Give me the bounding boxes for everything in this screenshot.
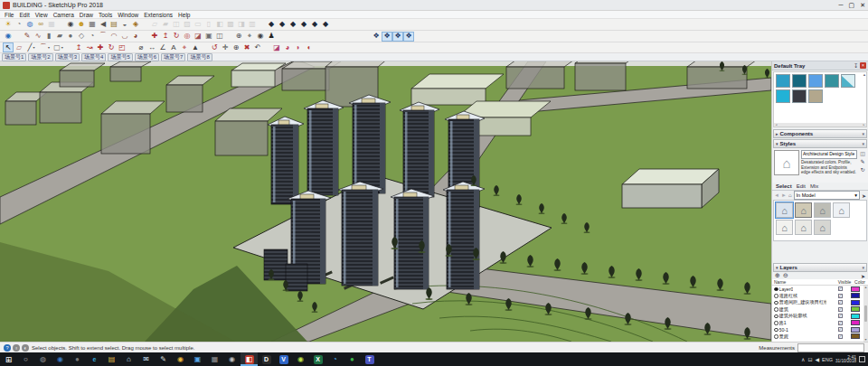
offset-tool-icon[interactable]: ◎ (182, 32, 193, 42)
follow-me-tool-icon[interactable]: ↝ (84, 42, 95, 52)
style-thumbnail[interactable]: ⌂ (776, 202, 793, 218)
evernote-icon[interactable]: ● (344, 352, 361, 366)
textured-icon[interactable]: ▩ (225, 20, 236, 30)
voov-icon[interactable]: V (275, 352, 292, 366)
clock[interactable]: 2:41 31/10/2018 (835, 355, 856, 364)
details-arrow-icon[interactable]: ➤ (862, 192, 866, 199)
scroll-right-icon[interactable]: ► (863, 123, 865, 127)
eraser-tool-icon[interactable]: ▱ (14, 42, 24, 52)
trailer-icon[interactable]: ◆ (320, 20, 331, 30)
layer-color-chip[interactable] (851, 300, 860, 305)
layer-radio[interactable] (774, 307, 778, 312)
scene-tab[interactable]: 场景号4 (81, 53, 106, 61)
hidden-line-icon[interactable]: ▯ (203, 20, 214, 30)
materials-scroll-up-icon[interactable]: ▲ (863, 72, 866, 77)
layer-row[interactable]: 普通间距_建设项目红线 ✓ (772, 299, 863, 306)
layer-color-chip[interactable] (851, 327, 860, 333)
speaker-icon[interactable]: ◀ (98, 20, 108, 30)
pen-icon[interactable]: ✎ (155, 352, 172, 366)
layer-row[interactable]: 建筑 ✓ (772, 306, 863, 314)
layer-radio[interactable] (774, 334, 778, 339)
styles-tab[interactable]: Mix (810, 183, 818, 189)
monochrome-icon[interactable]: ◨ (236, 20, 247, 30)
layer-visible-checkbox[interactable]: ✓ (838, 321, 843, 325)
three-point-arc-tool-icon[interactable]: ◡ (119, 32, 130, 42)
polygon-tool-icon[interactable]: ◇ (76, 32, 87, 42)
scene-tab[interactable]: 场景号1 (2, 53, 26, 61)
menu-item[interactable]: View (33, 11, 51, 19)
layer-visible-checkbox[interactable]: ✓ (838, 314, 843, 318)
menu-item[interactable]: Window (115, 11, 141, 19)
xray-icon[interactable]: ▥ (247, 20, 258, 30)
zoom-window-icon[interactable]: ⊕ (233, 32, 244, 42)
push-pull-tool-icon[interactable]: ↥ (73, 42, 84, 52)
scrollbar-thumb[interactable] (864, 305, 867, 322)
camera-top-view-icon[interactable]: ❖ (403, 32, 414, 42)
film-icon[interactable]: ▤ (108, 20, 119, 30)
section-cut-icon[interactable]: ◫ (171, 20, 182, 30)
axes-tool-icon[interactable]: ⌖ (179, 42, 190, 52)
protractor-tool-icon[interactable]: ∠ (157, 42, 168, 52)
layer-color-chip[interactable] (851, 293, 860, 298)
eye-icon[interactable]: ◉ (3, 32, 14, 42)
circle-tool-icon[interactable]: ● (65, 32, 76, 42)
scene-tab[interactable]: 场景号2 (28, 53, 52, 61)
orbit-tool-icon[interactable]: ↺ (209, 42, 220, 52)
start-button[interactable]: ⊞ (0, 352, 17, 366)
film-app-icon[interactable]: ▦ (206, 352, 223, 366)
file-explorer-icon[interactable]: ▤ (103, 352, 120, 366)
layer-color-chip[interactable] (851, 314, 860, 319)
layer-color-chip[interactable] (851, 333, 860, 339)
paint-bucket-icon[interactable]: ◪ (271, 42, 282, 52)
layer-row[interactable]: 50-1 ✓ (772, 326, 863, 333)
scene-tab[interactable]: 场景号8 (187, 53, 212, 61)
chat-icon[interactable]: ◒ (119, 20, 130, 30)
styles-section-header[interactable]: ▾ Styles ▾ (773, 139, 867, 148)
rotated-rectangle-tool-icon[interactable]: ▰ (54, 32, 65, 42)
layer-radio[interactable] (774, 287, 778, 292)
look-around-icon[interactable]: ◉ (255, 32, 266, 42)
viewport-3d-scene[interactable] (0, 61, 771, 342)
layer-visible-checkbox[interactable]: ✓ (838, 300, 843, 305)
search-icon[interactable]: ○ (17, 352, 34, 366)
chrome-icon[interactable]: ◉ (172, 352, 189, 366)
menu-item[interactable]: Tools (96, 11, 115, 19)
sun-icon[interactable]: ☀ (3, 20, 14, 30)
layer-row[interactable]: 道路红线 ✓ (772, 293, 863, 300)
dimension-tool-icon[interactable]: ↔ (146, 42, 157, 52)
scroll-down-icon[interactable]: ▼ (864, 338, 867, 342)
layer-visible-checkbox[interactable]: ✓ (838, 294, 843, 298)
camera-iso-view-icon[interactable]: ❖ (392, 32, 403, 42)
match-photo-icon[interactable]: ◫ (214, 32, 225, 42)
pie-tool-icon[interactable]: ◔ (87, 32, 98, 42)
camera-previous-view-icon[interactable]: ❖ (371, 32, 382, 42)
layer-visible-checkbox[interactable]: ✓ (838, 286, 843, 291)
sand-material-swatch[interactable] (808, 89, 823, 103)
layer-radio[interactable] (774, 294, 778, 298)
layer-visible-checkbox[interactable]: ✓ (838, 327, 843, 332)
materials-icon[interactable]: ◕ (282, 42, 293, 52)
camera-icon[interactable]: ◉ (65, 20, 76, 30)
scene-tab[interactable]: 场景号7 (161, 53, 185, 61)
style-thumbnail[interactable]: ⌂ (814, 202, 831, 218)
layer-radio[interactable] (774, 301, 778, 305)
network-icon[interactable]: ⊡ (807, 356, 812, 362)
shadow-icon[interactable]: ◔ (14, 20, 24, 30)
credits-icon[interactable]: ◐ (22, 344, 29, 352)
van-icon[interactable]: ◆ (288, 20, 298, 30)
style-detail-icon[interactable]: ◫ (860, 150, 865, 156)
link-icon[interactable]: ∞ (35, 20, 46, 30)
store-icon[interactable]: ⌂ (120, 352, 137, 366)
scale-tool-icon[interactable]: ◰ (117, 42, 127, 52)
layer-color-chip[interactable] (851, 320, 860, 325)
nvidia-icon[interactable]: ◉ (292, 352, 309, 366)
action-center-icon[interactable] (859, 356, 865, 362)
cyan-water-material-swatch[interactable] (776, 89, 790, 103)
section-plane-icon[interactable]: ▱ (149, 20, 160, 30)
volume-icon[interactable]: ◀ (815, 356, 819, 362)
layer-radio[interactable] (774, 328, 778, 333)
shaded-icon[interactable]: ◧ (214, 20, 225, 30)
sketchup-icon[interactable]: ◧ (241, 352, 258, 366)
section-fill-icon[interactable]: ▰ (160, 20, 171, 30)
style-edit-icon[interactable]: ✎ (860, 158, 864, 164)
